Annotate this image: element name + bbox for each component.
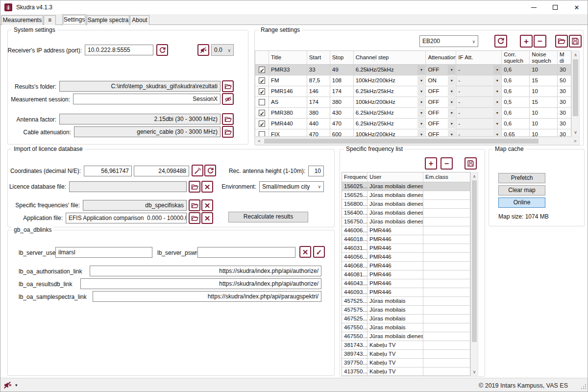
application-file-browse-button[interactable] <box>189 212 200 224</box>
cell-title[interactable]: PMR146 <box>269 86 307 97</box>
cell-user[interactable]: PMR446 <box>368 288 423 297</box>
scroll-down-arrow[interactable]: ∨ <box>471 368 478 375</box>
column-header-max-dist[interactable]: M di <box>558 51 571 65</box>
reconnect-button[interactable] <box>156 44 168 56</box>
dropdown-arrow-icon[interactable]: ▾ <box>448 76 455 85</box>
gps-button[interactable] <box>192 165 203 176</box>
cell-noise-squelch[interactable]: 10 <box>530 119 558 129</box>
cell-start[interactable]: 33 <box>307 65 330 75</box>
scrollbar-thumb[interactable] <box>573 59 578 116</box>
cell-frequency[interactable]: 467525... <box>342 315 368 323</box>
antenna-factor-browse-button[interactable] <box>222 113 234 125</box>
range-refresh-button[interactable] <box>494 35 507 48</box>
scroll-right-arrow[interactable]: > <box>571 138 579 145</box>
cell-user[interactable]: Jūras mobilais dienests <box>368 182 423 191</box>
dropdown-arrow-icon[interactable]: ▾ <box>417 76 425 85</box>
dropdown-arrow-icon[interactable]: ▾ <box>493 65 501 74</box>
dropdown-arrow-icon[interactable]: ▾ <box>417 65 425 74</box>
column-header-corr-squelch[interactable]: Corr. squelch <box>502 51 530 65</box>
cell-attenuation[interactable]: OFF▾ <box>426 65 456 75</box>
cell-start[interactable]: 146 <box>307 86 330 97</box>
cell-frequency[interactable]: 156400... <box>342 209 368 218</box>
cell-user[interactable]: Jūras mobilais dienests <box>368 332 423 341</box>
maximize-button[interactable] <box>544 0 566 14</box>
cell-user[interactable]: Kabeļu TV <box>368 341 423 350</box>
status-mute-icon[interactable] <box>3 381 13 391</box>
cell-frequency[interactable]: 156750... <box>342 218 368 226</box>
dropdown-arrow-icon[interactable]: ▾ <box>448 119 455 128</box>
dropdown-arrow-icon[interactable]: ▾ <box>417 130 425 137</box>
dropdown-arrow-icon[interactable]: ▾ <box>493 76 501 85</box>
cell-em-class[interactable] <box>423 279 470 288</box>
device-select[interactable]: EB200 ∨ <box>419 35 478 47</box>
measurement-session-input[interactable]: SessionX <box>73 94 220 104</box>
cell-user[interactable]: PMR446 <box>368 235 423 244</box>
clear-map-button[interactable]: Clear map <box>498 185 545 196</box>
cell-if-att[interactable]: -▾ <box>456 97 502 108</box>
cell-user[interactable]: Jūras mobilais dienests <box>368 200 423 209</box>
cell-frequency[interactable]: 467550... <box>342 323 368 332</box>
dropdown-arrow-icon[interactable]: ▾ <box>493 98 501 107</box>
cell-channel-step[interactable]: 100kHz/200kHz▾ <box>354 97 426 108</box>
coordinate-lon-input[interactable]: 24,098488 <box>134 166 189 176</box>
cell-stop[interactable]: 430 <box>330 108 354 119</box>
online-button[interactable]: Online <box>498 197 545 208</box>
cell-user[interactable]: Jūras mobilais <box>368 315 423 323</box>
cell-attenuation[interactable]: ON▾ <box>426 75 456 86</box>
cell-if-att[interactable]: -▾ <box>456 65 502 75</box>
range-remove-button[interactable]: − <box>534 35 546 48</box>
cell-attenuation[interactable]: OFF▾ <box>426 108 456 119</box>
environment-select[interactable]: Small/medium city ∨ <box>259 181 324 192</box>
row-checkbox[interactable] <box>259 77 265 84</box>
cell-max-dist[interactable]: 30 <box>558 65 571 75</box>
cell-em-class[interactable] <box>423 368 470 376</box>
cell-user[interactable]: Jūras mobilais <box>368 306 423 315</box>
cell-frequency[interactable]: 381743... <box>342 341 368 350</box>
scroll-left-arrow[interactable]: < <box>255 138 263 145</box>
frequency-list-row[interactable]: 446031... PMR446 <box>342 244 470 253</box>
frequency-list-row[interactable]: 446018... PMR446 <box>342 235 470 244</box>
cell-em-class[interactable] <box>423 315 470 323</box>
cell-corr-squelch[interactable]: 0,65 <box>502 129 530 137</box>
cell-em-class[interactable] <box>423 218 470 226</box>
cell-title[interactable]: PMR440 <box>269 119 307 129</box>
column-header-user[interactable]: User <box>368 172 423 182</box>
tab-settings[interactable]: Settings <box>62 14 86 25</box>
cell-frequency[interactable]: 446018... <box>342 235 368 244</box>
application-file-field[interactable]: EFIS Application comparison 0.000 - 1000… <box>66 213 187 223</box>
cell-user[interactable]: PMR446 <box>368 279 423 288</box>
cell-stop[interactable]: 380 <box>330 97 354 108</box>
licence-db-browse-button[interactable] <box>189 181 200 193</box>
tab-measurements[interactable]: Measurements <box>1 15 43 25</box>
cell-em-class[interactable] <box>423 191 470 200</box>
cell-max-dist[interactable]: 30 <box>558 119 571 129</box>
tab-about[interactable]: About <box>130 15 149 25</box>
dropdown-arrow-icon[interactable]: ▾ <box>448 130 455 137</box>
antenna-height-input[interactable]: 10 <box>308 166 324 176</box>
cell-frequency[interactable]: 446056... <box>342 253 368 262</box>
cell-noise-squelch[interactable]: 10 <box>530 65 558 75</box>
cell-frequency[interactable]: 457575... <box>342 306 368 315</box>
cell-corr-squelch[interactable]: 0,5 <box>502 97 530 108</box>
cell-em-class[interactable] <box>423 359 470 368</box>
prefetch-button[interactable]: Prefetch <box>498 173 545 183</box>
cell-stop[interactable]: 174 <box>330 86 354 97</box>
cell-user[interactable]: PMR446 <box>368 253 423 262</box>
mute-button[interactable] <box>197 44 209 56</box>
scroll-up-arrow[interactable]: ∧ <box>471 172 478 180</box>
scroll-down-arrow[interactable]: ∨ <box>572 128 579 136</box>
range-table-vscrollbar[interactable]: ∧ ∨ <box>571 50 580 137</box>
resultsdb-link-input[interactable]: https://skudra/index.php/api/authorize/ <box>80 278 321 289</box>
tab-menu[interactable]: ≡ <box>44 15 56 25</box>
range-table-row[interactable]: FM 87,5 108 100kHz/200kHz▾ ON▾ -▾ 0,6 15… <box>255 75 571 86</box>
frequency-list-row[interactable]: 156400... Jūras mobilais dienests <box>342 209 470 218</box>
scrollbar-thumb[interactable] <box>472 180 477 342</box>
cell-if-att[interactable]: -▾ <box>456 108 502 119</box>
cell-channel-step[interactable]: 6.25kHz/25kHz▾ <box>354 65 426 75</box>
cell-start[interactable]: 174 <box>307 97 330 108</box>
dropdown-arrow-icon[interactable]: ▾ <box>417 87 425 96</box>
frequency-list-row[interactable]: 156750... Jūras mobilais dienests <box>342 218 470 226</box>
column-header-frequency[interactable]: Frequency <box>342 172 368 182</box>
dropdown-arrow-icon[interactable]: ▾ <box>417 98 425 107</box>
cell-em-class[interactable] <box>423 200 470 209</box>
